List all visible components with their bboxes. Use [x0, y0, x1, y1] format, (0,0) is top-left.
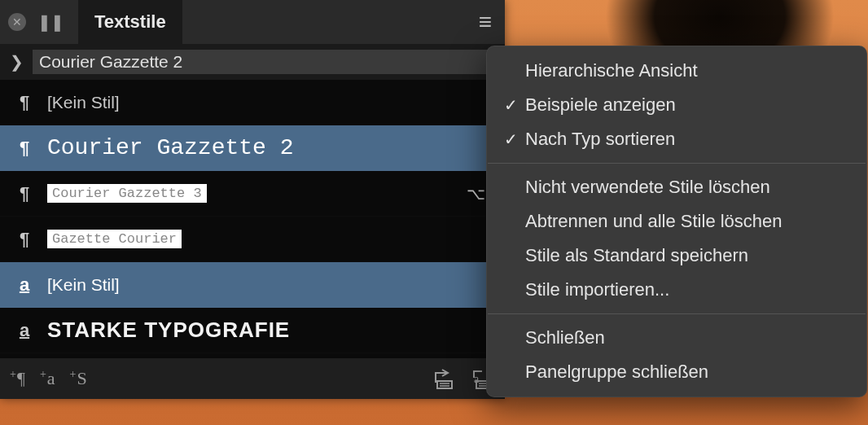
search-input[interactable] [33, 50, 497, 74]
paragraph-style-icon: ¶ [15, 183, 34, 204]
menu-separator [488, 163, 866, 164]
menu-item-label: Abtrennen und alle Stile löschen [525, 211, 849, 232]
menu-item[interactable]: Abtrennen und alle Stile löschen [486, 204, 867, 239]
menu-item-label: Nach Typ sortieren [525, 129, 849, 150]
search-row: ❯ [0, 44, 505, 80]
panel-tab-textstile[interactable]: Textstile [78, 0, 182, 44]
style-row[interactable]: ¶Courier Gazzette 2 [0, 125, 505, 171]
style-row[interactable]: a[Kein Stil] [0, 262, 505, 308]
style-row[interactable]: ¶[Kein Stil] [0, 80, 505, 125]
chevron-right-icon[interactable]: ❯ [8, 52, 24, 72]
menu-item-label: Hierarchische Ansicht [525, 60, 849, 81]
style-name-label: Courier Gazzette 2 [47, 135, 490, 160]
panel-footer: +¶ +a +S a [0, 358, 505, 399]
panel-header: ✕ ❚❚ Textstile ≡ [0, 0, 505, 44]
style-name-label: Courier Gazzette 3 [47, 184, 207, 203]
style-name-label: Gazette Courier [47, 230, 182, 248]
paragraph-style-icon: ¶ [15, 138, 34, 159]
menu-item-label: Schließen [525, 327, 849, 348]
svg-rect-0 [437, 381, 452, 388]
panel-menu-icon[interactable]: ≡ [474, 11, 497, 33]
close-icon[interactable]: ✕ [8, 13, 26, 31]
character-style-icon: a [15, 274, 34, 296]
menu-item[interactable]: ✓Nach Typ sortieren [486, 122, 867, 156]
style-row[interactable]: aSTARKE TYPOGRAFIE [0, 308, 505, 353]
menu-item[interactable]: Nicht verwendete Stile löschen [486, 170, 867, 204]
style-row[interactable]: ¶Courier Gazzette 3⌥, [0, 171, 505, 217]
menu-item[interactable]: Stile importieren... [486, 273, 867, 307]
menu-item-label: Stile importieren... [525, 279, 849, 300]
menu-item-label: Stile als Standard speichern [525, 245, 849, 266]
style-name-label: STARKE TYPOGRAFIE [47, 318, 490, 343]
add-style-button[interactable]: +S [70, 368, 87, 389]
styles-list: ¶[Kein Stil]¶Courier Gazzette 2¶Courier … [0, 80, 505, 358]
check-icon: ✓ [504, 95, 525, 115]
style-name-label: [Kein Stil] [47, 93, 490, 112]
style-row[interactable]: ¶Gazette Courier [0, 217, 505, 262]
menu-item[interactable]: Schließen [486, 321, 867, 355]
menu-separator [488, 313, 866, 314]
paragraph-style-icon: ¶ [15, 229, 34, 250]
add-paragraph-style-button[interactable]: +¶ [10, 368, 25, 389]
paragraph-style-icon: ¶ [15, 92, 34, 113]
add-character-style-button[interactable]: +a [40, 368, 55, 389]
character-style-icon: a [15, 320, 34, 341]
menu-item-label: Nicht verwendete Stile löschen [525, 177, 849, 198]
menu-item[interactable]: Stile als Standard speichern [486, 239, 867, 273]
menu-item[interactable]: Panelgruppe schließen [486, 355, 867, 389]
panel-context-menu: Hierarchische Ansicht✓Beispiele anzeigen… [486, 46, 867, 397]
menu-item[interactable]: ✓Beispiele anzeigen [486, 88, 867, 122]
text-styles-panel: ✕ ❚❚ Textstile ≡ ❯ ¶[Kein Stil]¶Courier … [0, 0, 505, 399]
menu-item[interactable]: Hierarchische Ansicht [486, 54, 867, 88]
menu-item-label: Beispiele anzeigen [525, 94, 849, 116]
collapse-icon[interactable]: ❚❚ [37, 12, 64, 32]
update-style-icon[interactable] [432, 366, 456, 391]
check-icon: ✓ [504, 129, 525, 149]
menu-item-label: Panelgruppe schließen [525, 361, 849, 383]
style-name-label: [Kein Stil] [47, 275, 490, 295]
